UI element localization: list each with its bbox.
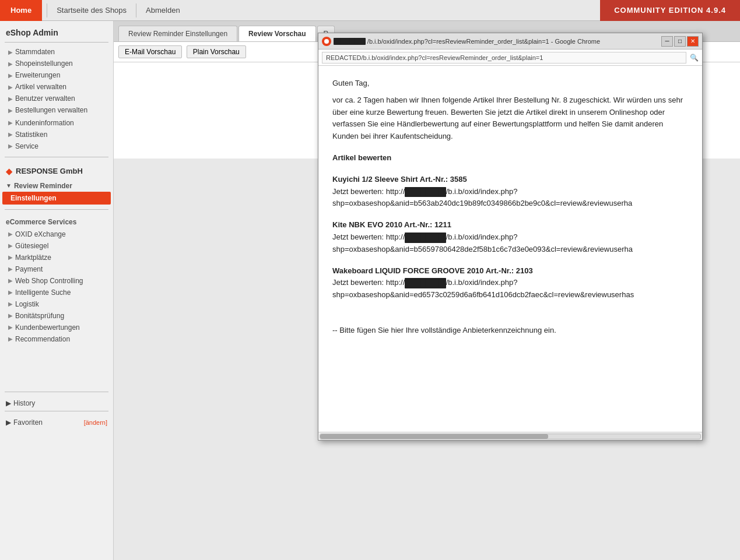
link-redacted-1: ████████ <box>405 187 446 198</box>
sidebar-item-artikel[interactable]: ▶ Artikel verwalten <box>0 81 113 93</box>
sidebar-divider-2 <box>5 157 108 157</box>
article-item-2: Kite NBK EVO 2010 Art.-Nr.: 1211 Jetzt b… <box>332 219 688 255</box>
arrow-icon: ▶ <box>8 254 13 260</box>
arrow-icon: ▶ <box>8 131 13 138</box>
greeting: Guten Tag, <box>332 78 688 90</box>
arrow-icon: ▶ <box>8 119 13 126</box>
sidebar-item-marktplaetze[interactable]: ▶ Marktplätze <box>0 252 113 263</box>
aendern-link[interactable]: [ändern] <box>84 419 107 426</box>
sidebar-item-bestellungen[interactable]: ▶ Bestellungen verwalten <box>0 104 113 117</box>
home-button[interactable]: Home <box>0 0 42 21</box>
sidebar-item-kundeninformation[interactable]: ▶ Kundeninformation <box>0 117 113 129</box>
sub-tab-email-vorschau[interactable]: E-Mail Vorschau <box>118 45 182 58</box>
arrow-icon: ▶ <box>8 277 13 284</box>
arrow-icon: ▶ <box>8 336 13 342</box>
link-redacted-2: ████████ <box>405 233 446 243</box>
sidebar-item-service[interactable]: ▶ Service <box>0 140 113 152</box>
sidebar-item-webshop[interactable]: ▶ Web Shop Controlling <box>0 275 113 287</box>
arrow-icon: ▶ <box>8 301 13 307</box>
ecommerce-section-label: eCommerce Services <box>0 213 113 228</box>
minimize-button[interactable]: ─ <box>661 36 673 47</box>
close-button[interactable]: ✕ <box>687 36 699 47</box>
article-link-2: Jetzt bewerten: http://████████/b.i.b/ox… <box>332 231 688 256</box>
search-icon: 🔍 <box>690 54 699 62</box>
address-input[interactable] <box>322 52 686 64</box>
title-suffix: /b.i.b/oxid/index.php?cl=resReviewRemind… <box>367 38 600 45</box>
top-nav: Home Startseite des Shops Abmelden COMMU… <box>0 0 740 21</box>
sidebar-divider-history <box>5 392 108 392</box>
tab-review-reminder-einstellungen[interactable]: Review Reminder Einstellungen <box>118 26 237 41</box>
sub-tab-plain-vorschau[interactable]: Plain Vorschau <box>187 45 246 58</box>
arrow-icon: ▶ <box>8 266 13 272</box>
browser-popup: ██████ /b.i.b/oxid/index.php?cl=resRevie… <box>318 33 703 441</box>
arrow-icon: ▶ <box>8 312 13 319</box>
arrow-icon: ▶ <box>8 231 13 237</box>
sidebar-divider-fav <box>5 411 108 411</box>
shop-link[interactable]: Startseite des Shops <box>52 6 131 15</box>
footer-text: -- Bitte fügen Sie hier Ihre vollständig… <box>332 325 688 337</box>
sidebar-item-guetesiegel[interactable]: ▶ Gütesiegel <box>0 240 113 252</box>
response-section-label: ◆ RESPONSE GmbH <box>0 161 113 178</box>
browser-address-bar: 🔍 <box>318 50 702 66</box>
sidebar-item-stammdaten[interactable]: ▶ Stammdaten <box>0 46 113 58</box>
sidebar-item-payment[interactable]: ▶ Payment <box>0 263 113 275</box>
sidebar-item-einstellungen[interactable]: Einstellungen <box>2 192 111 205</box>
link-redacted-3: ████████ <box>405 278 446 288</box>
edition-badge: COMMUNITY EDITION 4.9.4 <box>600 0 740 21</box>
browser-hscrollbar[interactable] <box>320 434 701 439</box>
edition-label: COMMUNITY EDITION 4.9.4 <box>614 6 726 15</box>
browser-content: Guten Tag, vor ca. 2 Tagen haben wir Ihn… <box>318 66 702 432</box>
nav-separator-1 <box>47 3 47 17</box>
article-link-3: Jetzt bewerten: http://████████/b.i.b/ox… <box>332 277 688 301</box>
arrow-icon: ▶ <box>8 107 13 114</box>
sidebar-divider-3 <box>5 209 108 210</box>
sidebar-item-intelligente-suche[interactable]: ▶ Intelligente Suche <box>0 287 113 298</box>
favoriten-row[interactable]: ▶ Favoriten [ändern] <box>0 415 113 430</box>
arrow-icon: ▶ <box>6 399 11 407</box>
sidebar-item-statistiken[interactable]: ▶ Statistiken <box>0 129 113 140</box>
arrow-icon: ▶ <box>8 289 13 295</box>
arrow-icon: ▶ <box>8 84 13 90</box>
arrow-icon: ▶ <box>8 72 13 79</box>
browser-titlebar: ██████ /b.i.b/oxid/index.php?cl=resRevie… <box>318 33 702 50</box>
arrow-icon: ▶ <box>8 242 13 249</box>
sidebar-item-benutzer[interactable]: ▶ Benutzer verwalten <box>0 93 113 104</box>
browser-controls: ─ □ ✕ <box>661 36 699 47</box>
title-redacted: ██████ <box>334 38 366 45</box>
browser-icon <box>322 37 331 46</box>
maximize-button[interactable]: □ <box>674 36 686 47</box>
sidebar-item-recommendation[interactable]: ▶ Recommendation <box>0 333 113 345</box>
history-item[interactable]: ▶ History <box>0 396 113 411</box>
sidebar-item-logistik[interactable]: ▶ Logistik <box>0 298 113 310</box>
main-layout: eShop Admin ▶ Stammdaten ▶ Shopeinstellu… <box>0 21 740 560</box>
article-title-2: Kite NBK EVO 2010 Art.-Nr.: 1211 <box>332 219 688 231</box>
arrow-icon: ▶ <box>8 96 13 102</box>
article-title-1: Kuyichi 1/2 Sleeve Shirt Art.-Nr.: 3585 <box>332 174 688 186</box>
logout-link[interactable]: Abmelden <box>141 6 185 15</box>
svg-point-0 <box>324 39 329 44</box>
sidebar-item-shopeinstellungen[interactable]: ▶ Shopeinstellungen <box>0 58 113 69</box>
nav-separator-2 <box>136 3 136 17</box>
arrow-icon: ▶ <box>8 143 13 149</box>
article-item-3: Wakeboard LIQUID FORCE GROOVE 2010 Art.-… <box>332 265 688 301</box>
sidebar: eShop Admin ▶ Stammdaten ▶ Shopeinstellu… <box>0 21 114 560</box>
arrow-icon: ▶ <box>8 49 13 55</box>
browser-scrollbar-area <box>318 432 702 440</box>
sidebar-item-erweiterungen[interactable]: ▶ Erweiterungen <box>0 69 113 81</box>
article-item-1: Kuyichi 1/2 Sleeve Shirt Art.-Nr.: 3585 … <box>332 174 688 210</box>
cta-text: Artikel bewerten <box>332 152 688 164</box>
browser-title: ██████ /b.i.b/oxid/index.php?cl=resRevie… <box>334 38 659 45</box>
sidebar-divider-1 <box>5 42 108 43</box>
arrow-icon: ▶ <box>8 324 13 330</box>
arrow-icon: ▶ <box>6 418 11 427</box>
sidebar-item-bonitaet[interactable]: ▶ Bonitätsprüfung <box>0 310 113 322</box>
review-reminder-header[interactable]: ▼ Review Reminder <box>0 178 113 191</box>
tab-review-vorschau[interactable]: Review Vorschau <box>239 26 315 41</box>
content-area: Review Reminder Einstellungen Review Vor… <box>114 21 740 560</box>
sidebar-item-kundenbewertungen[interactable]: ▶ Kundenbewertungen <box>0 322 113 333</box>
intro-text: vor ca. 2 Tagen haben wir Ihnen folgende… <box>332 94 688 143</box>
sidebar-item-oxid[interactable]: ▶ OXID eXchange <box>0 228 113 240</box>
browser-hscrollbar-thumb <box>320 434 548 439</box>
diamond-icon: ◆ <box>6 167 12 176</box>
article-link-1: Jetzt bewerten: http://████████/b.i.b/ox… <box>332 186 688 210</box>
